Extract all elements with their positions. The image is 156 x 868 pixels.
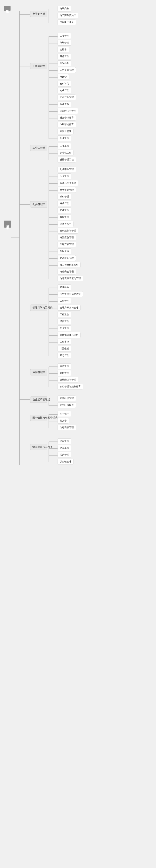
level2-cat9-3[interactable]: 采购管理 <box>58 452 71 458</box>
connection-lines <box>0 0 156 868</box>
level2-cat4-4[interactable]: 土地资源管理 <box>58 187 76 193</box>
root-node: 管理学 <box>4 221 11 227</box>
level2-cat4-17[interactable]: 自然资源登记与管理 <box>58 276 83 281</box>
level1-cat1-label: 电子商务类 <box>33 12 45 15</box>
level1-cat9[interactable]: 物流管理与工程类 <box>30 444 48 450</box>
level2-cat7-2[interactable]: 农村区域发展 <box>58 402 76 408</box>
level2-cat4-16[interactable]: 海外安全管理 <box>58 269 76 275</box>
level2-cat6-3[interactable]: 会展经济与管理 <box>58 377 78 383</box>
level2-cat1-3[interactable]: 跨境电子商务 <box>58 20 76 25</box>
level1-cat2[interactable]: 工商管理类 <box>30 63 48 69</box>
level2-cat5-11[interactable]: 应急管理 <box>58 353 71 358</box>
level2-cat4-1[interactable]: 公共事业管理 <box>58 166 76 172</box>
level1-cat6[interactable]: 旅游管理类 <box>30 369 48 375</box>
level2-cat2-8[interactable]: 资产评估 <box>58 81 71 87</box>
level1-cat8-label: 图书情报与档案管理类 <box>32 416 58 419</box>
level1-cat7[interactable]: 农业经济管理类 <box>30 397 48 403</box>
level2-cat5-2[interactable]: 信息管理与信息系统 <box>58 291 83 297</box>
level2-cat2-16[interactable]: 创业管理 <box>58 135 71 141</box>
level2-cat4-9[interactable]: 公共关系学 <box>58 221 73 227</box>
level2-cat9-1[interactable]: 物流管理 <box>58 438 71 444</box>
level2-cat2-14[interactable]: 市场营销教育 <box>58 122 76 127</box>
level2-cat8-1[interactable]: 图书馆学 <box>58 411 71 417</box>
level2-cat4-6[interactable]: 海关管理 <box>58 201 71 206</box>
level2-cat5-6[interactable]: 保密管理 <box>58 318 71 324</box>
level2-cat2-4[interactable]: 财务管理 <box>58 54 71 59</box>
level1-cat4[interactable]: 公共管理类 <box>30 201 48 208</box>
level2-cat5-10[interactable]: 计算金融 <box>58 346 71 351</box>
level2-cat2-7[interactable]: 审计学 <box>58 74 69 80</box>
level2-cat4-10[interactable]: 健康服务与管理 <box>58 228 78 234</box>
level2-cat4-11[interactable]: 海警应急管理 <box>58 235 76 241</box>
level2-cat2-13[interactable]: 财务会计教育 <box>58 115 76 121</box>
level2-cat4-14[interactable]: 养老服务管理 <box>58 255 76 261</box>
level2-cat8-2[interactable]: 档案学 <box>58 418 69 424</box>
level1-cat9-label: 物流管理与工程类 <box>32 445 53 448</box>
level2-cat1-1[interactable]: 电子商务 <box>58 6 71 11</box>
level2-cat5-4[interactable]: 房地产开发与管理 <box>58 305 81 311</box>
level2-cat3-2[interactable]: 标准化工程 <box>58 150 73 156</box>
level1-cat5-label: 管理科学与工程类 <box>32 306 53 309</box>
level2-cat9-2[interactable]: 物流工程 <box>58 445 71 451</box>
level2-cat5-5[interactable]: 工程造价 <box>58 312 71 317</box>
level2-cat4-5[interactable]: 城市管理 <box>58 194 71 199</box>
level2-cat4-13[interactable]: 医疗保险 <box>58 248 71 254</box>
level2-cat2-1[interactable]: 工商管理 <box>58 33 71 39</box>
level2-cat2-15[interactable]: 零售业管理 <box>58 129 73 134</box>
level2-cat4-8[interactable]: 海事管理 <box>58 214 71 220</box>
level2-cat4-15[interactable]: 海关检验检疫安全 <box>58 262 81 268</box>
level2-cat4-12[interactable]: 医疗产品管理 <box>58 242 76 247</box>
level2-cat2-5[interactable]: 国际商务 <box>58 60 71 66</box>
level1-cat1[interactable]: 电子商务类 <box>30 11 48 17</box>
level2-cat8-3[interactable]: 信息资源管理 <box>58 425 76 430</box>
level2-cat9-4[interactable]: 供应链管理 <box>58 459 73 464</box>
level2-cat2-6[interactable]: 人力资源管理 <box>58 67 76 73</box>
level2-cat6-4[interactable]: 旅游管理与服务教育 <box>58 384 83 390</box>
level2-cat5-9[interactable]: 工程审计 <box>58 339 71 345</box>
level2-cat3-3[interactable]: 质量管理工程 <box>58 157 76 162</box>
level2-cat5-3[interactable]: 工程管理 <box>58 298 71 304</box>
root-label: 管理学 <box>6 223 9 225</box>
level1-cat3[interactable]: 工业工程类 <box>30 145 48 151</box>
level2-cat5-1[interactable]: 管理科学 <box>58 284 71 290</box>
level1-cat5[interactable]: 管理科学与工程类 <box>30 305 48 311</box>
level2-cat6-2[interactable]: 酒店管理 <box>58 370 71 376</box>
level2-cat2-11[interactable]: 劳动关系 <box>58 101 71 107</box>
level2-cat1-2[interactable]: 电子商务及法律 <box>58 13 78 18</box>
top-root-label: 管理学 <box>4 6 10 11</box>
level2-cat7-1[interactable]: 农林经济管理 <box>58 396 76 401</box>
level1-cat7-label: 农业经济管理类 <box>32 398 50 401</box>
level2-cat2-12[interactable]: 体育经济与管理 <box>58 108 78 114</box>
level1-cat2-label: 工商管理类 <box>33 64 45 67</box>
level2-cat3-1[interactable]: 工业工程 <box>58 143 71 149</box>
level1-cat4-label: 公共管理类 <box>33 203 45 206</box>
level2-cat5-8[interactable]: 大数据管理与应用 <box>58 332 81 338</box>
level2-cat2-9[interactable]: 物业管理 <box>58 88 71 93</box>
level2-cat6-1[interactable]: 旅游管理 <box>58 363 71 369</box>
level2-cat5-7[interactable]: 邮政管理 <box>58 326 71 331</box>
level2-cat2-2[interactable]: 市场营销 <box>58 40 71 45</box>
level2-cat2-3[interactable]: 会计学 <box>58 47 69 53</box>
level2-cat2-10[interactable]: 文化产业管理 <box>58 94 76 100</box>
level1-cat8[interactable]: 图书情报与档案管理类 <box>30 414 48 421</box>
mind-map-container: 管理学 <box>0 0 156 868</box>
level2-cat4-7[interactable]: 交通管理 <box>58 208 71 213</box>
level2-cat4-2[interactable]: 行政管理 <box>58 174 71 179</box>
level2-cat4-3[interactable]: 劳动与社会保障 <box>58 180 78 186</box>
level1-cat3-label: 工业工程类 <box>33 146 45 149</box>
level1-cat6-label: 旅游管理类 <box>33 371 45 374</box>
